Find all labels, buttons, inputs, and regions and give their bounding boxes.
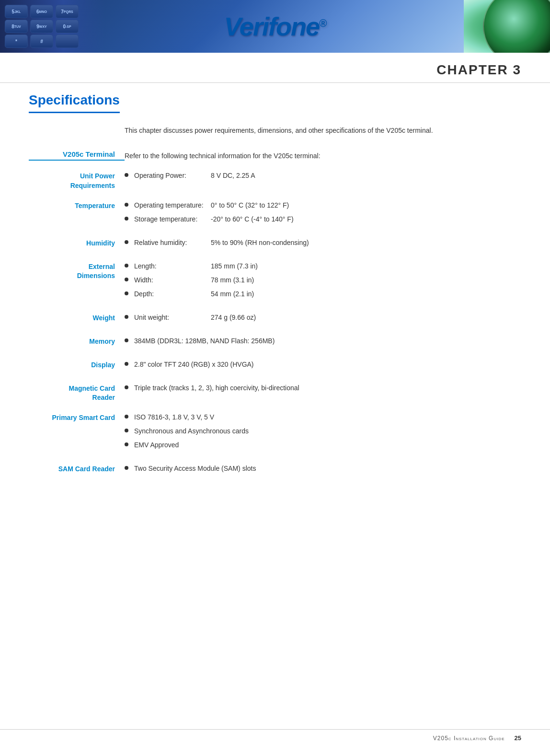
spec-section-display: Display2.8" color TFT 240 (RGB) x 320 (H… [29, 360, 521, 373]
section-content-weight: Unit weight:274 g (9.66 oz) [125, 313, 521, 326]
page-title: Specifications [29, 93, 521, 125]
bullet-value: 274 g (9.66 oz) [211, 314, 256, 321]
bullet-value: 8 V DC, 2.25 A [211, 172, 255, 179]
bullet-item: Length:185 mm (7.3 in) [125, 261, 521, 271]
bullet-text: ISO 7816-3, 1.8 V, 3 V, 5 V [134, 412, 521, 422]
section-label-memory: Memory [29, 336, 125, 347]
key-8: 8TUV [5, 20, 28, 33]
bullet-text: Triple track (tracks 1, 2, 3), high coer… [134, 383, 521, 393]
section-label-magnetic-card-reader: Magnetic CardReader [29, 383, 125, 403]
bullet-dot [125, 315, 128, 319]
bullet-text: Operating Power:8 V DC, 2.25 A [134, 171, 521, 181]
bullet-label: Relative humidity: [134, 238, 211, 248]
specs-container: Unit PowerRequirementsOperating Power:8 … [29, 171, 521, 477]
bullet-item: Depth:54 mm (2.1 in) [125, 289, 521, 299]
section-content-external-dimensions: Length:185 mm (7.3 in)Width:78 mm (3.1 i… [125, 261, 521, 303]
spec-section-unit-power: Unit PowerRequirementsOperating Power:8 … [29, 171, 521, 190]
bullet-value: 78 mm (3.1 in) [211, 276, 254, 284]
specs-title-text: Specifications [29, 93, 120, 113]
spec-section-external-dimensions: ExternalDimensionsLength:185 mm (7.3 in)… [29, 261, 521, 303]
bullet-item: Two Security Access Module (SAM) slots [125, 464, 521, 474]
bullet-dot [125, 240, 128, 244]
bullet-item: Triple track (tracks 1, 2, 3), high coer… [125, 383, 521, 393]
bullet-label: Length: [134, 261, 211, 271]
page-footer: V205c Installation Guide 25 [0, 729, 550, 742]
section-label-temperature: Temperature [29, 200, 125, 211]
key-star: * [5, 35, 28, 48]
footer-guide-text: V205c Installation Guide [433, 735, 505, 742]
chapter-title: Chapter 3 [436, 62, 521, 77]
bullet-text: Relative humidity:5% to 90% (RH non-cond… [134, 238, 521, 248]
section-content-display: 2.8" color TFT 240 (RGB) x 320 (HVGA) [125, 360, 521, 373]
bullet-item: Operating temperature:0° to 50° C (32° t… [125, 200, 521, 210]
key-9: 9WXY [30, 20, 53, 33]
spec-section-humidity: HumidityRelative humidity:5% to 90% (RH … [29, 238, 521, 252]
terminal-section: V205c Terminal Refer to the following te… [29, 148, 521, 161]
bullet-text: 384MB (DDR3L: 128MB, NAND Flash: 256MB) [134, 336, 521, 346]
section-label-humidity: Humidity [29, 238, 125, 248]
bullet-dot [125, 278, 128, 281]
bullet-value: 54 mm (2.1 in) [211, 290, 254, 298]
bullet-item: ISO 7816-3, 1.8 V, 3 V, 5 V [125, 412, 521, 422]
spec-section-memory: Memory384MB (DDR3L: 128MB, NAND Flash: 2… [29, 336, 521, 350]
globe-decoration [464, 0, 550, 53]
bullet-text: Two Security Access Module (SAM) slots [134, 464, 521, 474]
verifone-logo: Verifone® [224, 12, 326, 41]
bullet-dot [125, 291, 128, 295]
section-label-unit-power: Unit PowerRequirements [29, 171, 125, 190]
bullet-label: Unit weight: [134, 313, 211, 323]
bullet-label: Storage temperature: [134, 214, 211, 224]
key-6: 6MNO [30, 5, 53, 18]
bullet-text: 2.8" color TFT 240 (RGB) x 320 (HVGA) [134, 360, 521, 370]
bullet-text: Unit weight:274 g (9.66 oz) [134, 313, 521, 323]
section-label-primary-smart-card: Primary Smart Card [29, 412, 125, 423]
bullet-dot [125, 338, 128, 342]
bullet-dot [125, 264, 128, 268]
bullet-text: Depth:54 mm (2.1 in) [134, 289, 521, 299]
section-label-external-dimensions: ExternalDimensions [29, 261, 125, 281]
bullet-value: 5% to 90% (RH non-condensing) [211, 239, 309, 246]
bullet-text: Synchronous and Asynchronous cards [134, 426, 521, 436]
spec-section-primary-smart-card: Primary Smart CardISO 7816-3, 1.8 V, 3 V… [29, 412, 521, 454]
bullet-label: Operating Power: [134, 171, 211, 181]
bullet-text: Storage temperature:-20° to 60° C (-4° t… [134, 214, 521, 224]
key-7: 7PQRS [56, 5, 79, 18]
spec-section-temperature: TemperatureOperating temperature:0° to 5… [29, 200, 521, 228]
bullet-item: 384MB (DDR3L: 128MB, NAND Flash: 256MB) [125, 336, 521, 346]
key-empty [56, 35, 79, 48]
bullet-dot [125, 173, 128, 177]
header-banner: 5JKL 6MNO 7PQRS 8TUV 9WXY 0-SP * # Verif… [0, 0, 550, 53]
chapter-number: 3 [513, 62, 521, 77]
bullet-text: EMV Approved [134, 440, 521, 450]
bullet-value: 0° to 50° C (32° to 122° F) [211, 201, 289, 209]
bullet-dot [125, 385, 128, 389]
keypad-decoration: 5JKL 6MNO 7PQRS 8TUV 9WXY 0-SP * # [0, 0, 105, 53]
section-label-weight: Weight [29, 313, 125, 323]
bullet-dot [125, 203, 128, 207]
bullet-text: Operating temperature:0° to 50° C (32° t… [134, 200, 521, 210]
bullet-dot [125, 217, 128, 221]
spec-section-magnetic-card-reader: Magnetic CardReaderTriple track (tracks … [29, 383, 521, 403]
chapter-header: Chapter 3 [0, 53, 550, 83]
bullet-item: Operating Power:8 V DC, 2.25 A [125, 171, 521, 181]
terminal-label: V205c Terminal [29, 150, 125, 161]
spec-section-weight: WeightUnit weight:274 g (9.66 oz) [29, 313, 521, 326]
bullet-item: Width:78 mm (3.1 in) [125, 275, 521, 285]
bullet-item: Relative humidity:5% to 90% (RH non-cond… [125, 238, 521, 248]
intro-text: This chapter discusses power requirement… [125, 125, 460, 136]
bullet-dot [125, 415, 128, 419]
bullet-text: Length:185 mm (7.3 in) [134, 261, 521, 271]
bullet-value: 185 mm (7.3 in) [211, 262, 258, 270]
bullet-text: Width:78 mm (3.1 in) [134, 275, 521, 285]
section-label-display: Display [29, 360, 125, 370]
key-5: 5JKL [5, 5, 28, 18]
terminal-text: Refer to the following technical informa… [125, 150, 521, 161]
bullet-dot [125, 442, 128, 446]
key-0: 0-SP [56, 20, 79, 33]
bullet-label: Depth: [134, 289, 211, 299]
page-content: Specifications This chapter discusses po… [0, 93, 550, 516]
bullet-item: 2.8" color TFT 240 (RGB) x 320 (HVGA) [125, 360, 521, 370]
bullet-item: EMV Approved [125, 440, 521, 450]
section-content-magnetic-card-reader: Triple track (tracks 1, 2, 3), high coer… [125, 383, 521, 397]
section-label-sam-card-reader: SAM Card Reader [29, 464, 125, 474]
